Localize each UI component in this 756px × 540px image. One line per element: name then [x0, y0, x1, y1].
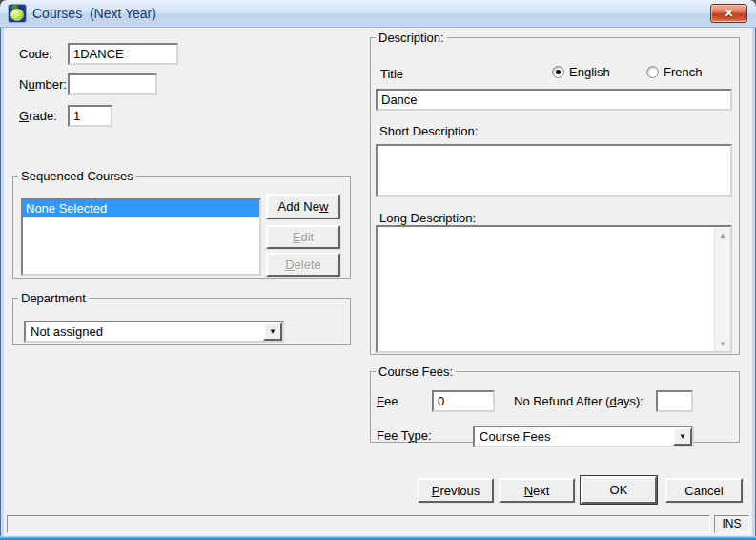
grade-label: Grade: [19, 109, 57, 123]
long-description-label: Long Description: [379, 211, 476, 225]
description-legend: Description: [376, 31, 447, 45]
french-radio-icon[interactable] [646, 66, 659, 78]
chevron-down-icon[interactable]: ▼ [673, 427, 692, 446]
english-radio-icon[interactable] [552, 66, 564, 78]
next-button[interactable]: Next [499, 478, 575, 503]
list-item[interactable]: None Selected [23, 200, 259, 217]
cancel-button[interactable]: Cancel [665, 478, 743, 503]
courses-dialog-window: Courses (Next Year) ✕ Code: Number: Grad… [0, 0, 756, 540]
course-fees-legend: Course Fees: [376, 364, 456, 379]
window-bottom-border [0, 536, 756, 540]
department-legend: Department [18, 291, 89, 305]
delete-button: Delete [266, 253, 340, 277]
department-dropdown[interactable]: Not assigned ▼ [24, 321, 284, 343]
grade-input[interactable] [68, 105, 112, 127]
ok-button[interactable]: OK [581, 476, 657, 504]
window-title: Courses (Next Year) [32, 6, 156, 21]
window-right-border [752, 28, 756, 540]
english-radio-label: English [569, 65, 610, 79]
long-description-scrollbar[interactable]: ▲ ▼ [714, 227, 730, 351]
add-new-button[interactable]: Add New [266, 194, 340, 219]
scroll-up-icon[interactable]: ▲ [715, 227, 730, 242]
close-button[interactable]: ✕ [710, 4, 747, 23]
fee-input[interactable] [432, 390, 495, 412]
english-radio-option[interactable]: English [552, 65, 610, 79]
fee-type-label: Fee Type: [377, 428, 432, 443]
fee-label: Fee [377, 394, 398, 408]
long-description-textarea[interactable]: ▲ ▼ [376, 225, 732, 353]
short-description-label: Short Description: [379, 124, 478, 138]
sequenced-courses-legend: Sequenced Courses [18, 169, 136, 183]
number-input[interactable] [68, 73, 157, 95]
description-group: Description: Title English French Short … [370, 31, 740, 355]
title-input[interactable] [376, 89, 732, 111]
course-fees-group: Course Fees: Fee No Refund After (days):… [370, 364, 740, 443]
window-left-border [0, 28, 4, 540]
code-input[interactable] [68, 43, 178, 65]
titlebar[interactable]: Courses (Next Year) ✕ [0, 0, 756, 28]
sequenced-courses-group: Sequenced Courses None Selected Add New … [12, 169, 351, 279]
fee-type-dropdown[interactable]: Course Fees ▼ [473, 426, 694, 447]
chevron-down-icon[interactable]: ▼ [263, 322, 282, 341]
code-label: Code: [19, 47, 52, 61]
department-selected-value: Not assigned [26, 322, 263, 341]
french-radio-label: French [664, 65, 702, 79]
app-apple-icon[interactable] [8, 4, 27, 23]
previous-button[interactable]: Previous [418, 478, 494, 503]
no-refund-after-input[interactable] [656, 390, 693, 412]
department-group: Department Not assigned ▼ [12, 291, 351, 345]
title-label: Title [380, 67, 403, 81]
close-icon: ✕ [724, 7, 733, 20]
scroll-down-icon[interactable]: ▼ [715, 336, 730, 351]
no-refund-after-label: No Refund After (days): [514, 394, 644, 408]
number-label: Number: [19, 77, 67, 92]
fee-type-selected-value: Course Fees [475, 427, 673, 446]
status-bar-ins-indicator: INS [714, 515, 749, 533]
french-radio-option[interactable]: French [646, 65, 702, 79]
sequenced-courses-listbox[interactable]: None Selected [21, 198, 261, 276]
edit-button: Edit [266, 225, 340, 249]
short-description-textarea[interactable] [376, 144, 732, 197]
status-bar-message [7, 515, 710, 533]
